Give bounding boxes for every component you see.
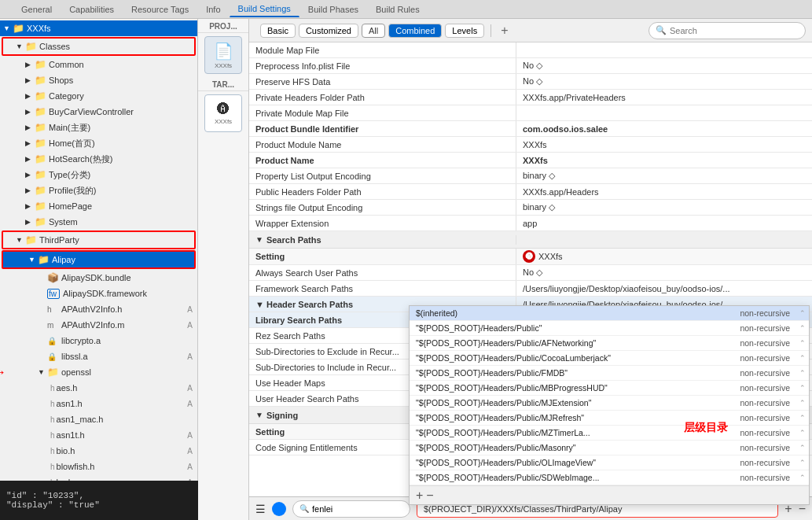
color-btn[interactable] bbox=[272, 502, 286, 516]
setting-row-preprocess[interactable]: Preprocess Info.plist File No ◇ bbox=[249, 58, 812, 74]
sidebar-item-thirdparty[interactable]: ▼ 📁 ThirdParty bbox=[3, 232, 194, 248]
setting-row-product-name[interactable]: Product Name XXXfs bbox=[249, 153, 812, 168]
proj-file-icon: 📄 bbox=[214, 42, 233, 61]
section-search-paths[interactable]: ▼Search Paths bbox=[249, 231, 812, 249]
sidebar-item-apauthv2infoh[interactable]: ▶ h APAuthV2Info.h A bbox=[0, 301, 197, 317]
sidebar-item-libssl[interactable]: ▶ 🔒 libssl.a A bbox=[0, 349, 197, 364]
tab-build-rules[interactable]: Build Rules bbox=[367, 2, 428, 17]
filter-basic-btn[interactable]: Basic bbox=[260, 24, 296, 38]
setting-row-always-search[interactable]: Always Search User Paths No ◇ bbox=[249, 265, 812, 281]
setting-row-col-header: Setting 🅐 XXXfs bbox=[249, 249, 812, 265]
sidebar-item-homepage[interactable]: ▶ 📁 HomePage bbox=[0, 198, 197, 214]
sidebar-item-alipayframework[interactable]: ▶ fw AlipaySDK.framework bbox=[0, 286, 197, 301]
tar-file-label: XXXfs bbox=[215, 118, 232, 125]
sidebar-item-classes[interactable]: ▼ 📁 Classes bbox=[3, 39, 194, 54]
proj-file-label: XXXfs bbox=[215, 62, 232, 69]
sidebar-item-libcrypto[interactable]: ▶ 🔒 libcrypto.a bbox=[0, 333, 197, 349]
sidebar-item-aesh[interactable]: h aes.h A bbox=[0, 380, 197, 396]
proj-file-item[interactable]: 📄 XXXfs bbox=[204, 36, 242, 74]
setting-row-private-headers[interactable]: Private Headers Folder Path XXXfs.app/Pr… bbox=[249, 90, 812, 105]
setting-row-public-headers[interactable]: Public Headers Folder Path XXXfs.app/Hea… bbox=[249, 184, 812, 200]
setting-row-plist-encoding[interactable]: Property List Output Encoding binary ◇ bbox=[249, 168, 812, 184]
sidebar-item-asn1h[interactable]: h asn1.h A bbox=[0, 396, 197, 411]
lib-row-1[interactable]: "${PODS_ROOT}/Headers/Public" non-recurs… bbox=[410, 321, 809, 336]
proj-panel-header: PROJ... bbox=[198, 19, 248, 33]
lib-row-0[interactable]: $(inherited) non-recursive ⌃ bbox=[410, 306, 809, 321]
sidebar-item-openssl[interactable]: ▼ 📁 openssl bbox=[0, 364, 197, 380]
setting-row-bundle-id[interactable]: Product Bundle Identifier com.oodso.ios.… bbox=[249, 121, 812, 137]
filter-combined-btn[interactable]: Combined bbox=[388, 24, 442, 38]
setting-row-private-module[interactable]: Private Module Map File bbox=[249, 105, 812, 121]
sidebar-item-apauthv2infom[interactable]: ▶ m APAuthV2Info.m A bbox=[0, 317, 197, 333]
search-input[interactable] bbox=[670, 26, 799, 35]
lib-row-9[interactable]: "${PODS_ROOT}/Headers/Public/Masonry" no… bbox=[410, 441, 809, 455]
tab-resource-tags[interactable]: Resource Tags bbox=[123, 2, 197, 17]
sidebar-item-alipaybundle[interactable]: ▶ 📦 AlipaySDK.bundle bbox=[0, 270, 197, 286]
sidebar-item-shops[interactable]: ▶ 📁 Shops bbox=[0, 72, 197, 88]
sidebar-item-common[interactable]: ▶ 📁 Common bbox=[0, 57, 197, 72]
tab-build-settings[interactable]: Build Settings bbox=[230, 1, 299, 17]
filter-bar: Module Map File Basic Customized All Com… bbox=[249, 19, 812, 42]
lib-row-6[interactable]: "${PODS_ROOT}/Headers/Public/MJExtension… bbox=[410, 396, 809, 411]
sidebar-item-blowfishh[interactable]: h blowfish.h A bbox=[0, 459, 197, 474]
lib-row-2[interactable]: "${PODS_ROOT}/Headers/Public/AFNetworkin… bbox=[410, 336, 809, 351]
setting-row-strings-encoding[interactable]: Strings file Output Encoding binary ◇ bbox=[249, 200, 812, 216]
setting-row-preserve[interactable]: Preserve HFS Data No ◇ bbox=[249, 74, 812, 90]
sidebar-item-alipay[interactable]: ▼ 📁 Alipay bbox=[3, 252, 194, 267]
code-line-1: "id" : "10233", bbox=[6, 491, 192, 500]
sidebar-item-asn1mach[interactable]: h asn1_mac.h bbox=[0, 411, 197, 427]
bottom-search-box[interactable]: 🔍 bbox=[292, 500, 410, 518]
sidebar-item-root[interactable]: ▼ 📁 XXXfs bbox=[0, 20, 197, 36]
dropdown-add-btn[interactable]: + bbox=[416, 489, 423, 503]
tab-capabilities[interactable]: Capabilities bbox=[61, 2, 123, 17]
search-icon: 🔍 bbox=[656, 25, 667, 35]
sidebar-item-main[interactable]: ▶ 📁 Main(主要) bbox=[0, 120, 197, 135]
setting-row-module-map[interactable]: Module Map File bbox=[249, 42, 812, 58]
dropdown-remove-btn[interactable]: − bbox=[426, 489, 433, 503]
filter-all-btn[interactable]: All bbox=[362, 24, 385, 38]
lib-row-11[interactable]: "${PODS_ROOT}/Headers/Public/SDWebImage.… bbox=[410, 470, 809, 485]
tar-file-icon: 🅐 bbox=[217, 102, 230, 116]
filter-customized-btn[interactable]: Customized bbox=[299, 24, 358, 38]
filter-divider bbox=[491, 24, 491, 37]
filter-levels-btn[interactable]: Levels bbox=[445, 24, 484, 38]
lib-row-8[interactable]: "${PODS_ROOT}/Headers/Public/MZTimerLa..… bbox=[410, 426, 809, 441]
sidebar-item-asn1th[interactable]: h asn1t.h A bbox=[0, 427, 197, 443]
setting-row-module-name[interactable]: Product Module Name XXXfs bbox=[249, 137, 812, 153]
lib-row-7[interactable]: "${PODS_ROOT}/Headers/Public/MJRefresh" … bbox=[410, 411, 809, 426]
filter-plus-btn[interactable]: + bbox=[498, 24, 511, 38]
sidebar-item-profile[interactable]: ▶ 📁 Profile(我的) bbox=[0, 183, 197, 198]
tar-panel-header: TAR... bbox=[198, 77, 248, 91]
bottom-search-input[interactable] bbox=[312, 504, 403, 514]
bottom-search-icon: 🔍 bbox=[299, 504, 309, 513]
sidebar-item-buycarviewcontroller[interactable]: ▶ 📁 BuyCarViewController bbox=[0, 104, 197, 120]
lib-row-4[interactable]: "${PODS_ROOT}/Headers/Public/FMDB" non-r… bbox=[410, 366, 809, 381]
sidebar-item-system[interactable]: ▶ 📁 System bbox=[0, 214, 197, 230]
sidebar-item-hotsearch[interactable]: ▶ 📁 HotSearch(热搜) bbox=[0, 151, 197, 167]
library-dropdown: $(inherited) non-recursive ⌃ "${PODS_ROO… bbox=[409, 305, 810, 505]
setting-row-framework-search[interactable]: Framework Search Paths /Users/liuyongjie… bbox=[249, 281, 812, 297]
sidebar-toggle-btn[interactable]: ☰ bbox=[255, 503, 266, 515]
sidebar-item-bioh[interactable]: h bio.h A bbox=[0, 443, 197, 459]
sidebar-item-category[interactable]: ▶ 📁 Category bbox=[0, 88, 197, 104]
sidebar-item-home[interactable]: ▶ 📁 Home(首页) bbox=[0, 135, 197, 151]
code-line-2: "display" : "true" bbox=[6, 500, 192, 510]
sidebar-item-type[interactable]: ▶ 📁 Type(分类) bbox=[0, 167, 197, 183]
tar-file-item[interactable]: 🅐 XXXfs bbox=[204, 94, 242, 132]
tab-general[interactable]: General bbox=[13, 2, 61, 17]
tab-info[interactable]: Info bbox=[197, 2, 229, 17]
filter-search-box[interactable]: 🔍 bbox=[648, 22, 806, 39]
lib-row-10[interactable]: "${PODS_ROOT}/Headers/Public/OLImageView… bbox=[410, 455, 809, 470]
tab-build-phases[interactable]: Build Phases bbox=[299, 2, 367, 17]
lib-row-5[interactable]: "${PODS_ROOT}/Headers/Public/MBProgressH… bbox=[410, 381, 809, 396]
setting-row-wrapper[interactable]: Wrapper Extension app bbox=[249, 216, 812, 231]
lib-row-3[interactable]: "${PODS_ROOT}/Headers/Public/CocoaLumber… bbox=[410, 351, 809, 366]
